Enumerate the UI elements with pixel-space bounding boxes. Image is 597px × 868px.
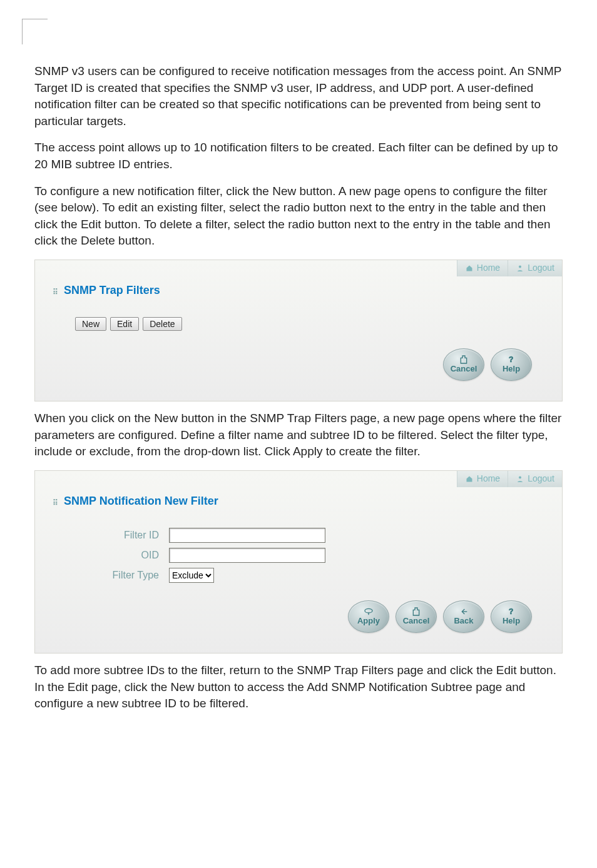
- body-paragraph: To configure a new notification filter, …: [34, 183, 563, 250]
- help-label: Help: [503, 363, 520, 375]
- top-tab-bar: Home Logout: [457, 260, 562, 276]
- oid-label: OID: [53, 548, 169, 562]
- oid-input[interactable]: [169, 548, 325, 563]
- panel-title: ⠿SNMP Notification New Filter: [53, 493, 547, 509]
- help-button[interactable]: ? Help: [491, 600, 532, 633]
- logout-tab[interactable]: Logout: [508, 471, 562, 487]
- delete-button[interactable]: Delete: [143, 317, 181, 331]
- back-label: Back: [454, 615, 473, 627]
- snmp-new-filter-panel: Home Logout ⠿SNMP Notification New Filte…: [34, 470, 563, 654]
- home-icon: [465, 265, 474, 272]
- body-paragraph: To add more subtree IDs to the filter, r…: [34, 662, 563, 712]
- panel-title-text: SNMP Notification New Filter: [64, 495, 218, 507]
- cancel-button[interactable]: Cancel: [395, 600, 437, 633]
- edit-button[interactable]: Edit: [110, 317, 139, 331]
- cancel-label: Cancel: [403, 615, 430, 627]
- logout-tab[interactable]: Logout: [508, 260, 562, 276]
- home-tab-label: Home: [477, 262, 500, 275]
- filter-button-row: New Edit Delete: [75, 317, 547, 331]
- logout-icon: [516, 475, 524, 483]
- svg-text:?: ?: [509, 355, 513, 364]
- svg-point-2: [519, 476, 521, 478]
- home-tab[interactable]: Home: [457, 471, 508, 487]
- panel-title: ⠿SNMP Trap Filters: [53, 283, 547, 298]
- svg-point-3: [365, 608, 372, 613]
- filter-type-select[interactable]: Exclude: [169, 568, 214, 583]
- help-button[interactable]: ? Help: [491, 348, 532, 381]
- svg-text:?: ?: [509, 607, 513, 616]
- form-row-filter-id: Filter ID: [53, 528, 547, 543]
- title-dots-icon: ⠿: [53, 287, 60, 295]
- filter-id-input[interactable]: [169, 528, 325, 543]
- new-button[interactable]: New: [75, 317, 106, 331]
- panel-action-row: Apply Cancel Back ? Help: [53, 588, 547, 637]
- body-paragraph: The access point allows up to 10 notific…: [34, 139, 563, 173]
- snmp-trap-filters-panel: Home Logout ⠿SNMP Trap Filters New Edit …: [34, 260, 563, 401]
- home-icon: [465, 475, 474, 483]
- page-corner-mark: [22, 19, 48, 44]
- panel-action-row: Cancel ? Help: [53, 336, 547, 385]
- body-paragraph: SNMP v3 users can be configured to recei…: [34, 63, 563, 129]
- title-dots-icon: ⠿: [53, 498, 60, 505]
- filter-id-label: Filter ID: [53, 528, 169, 542]
- top-tab-bar: Home Logout: [457, 471, 562, 487]
- apply-label: Apply: [357, 615, 380, 627]
- logout-tab-label: Logout: [528, 262, 554, 275]
- cancel-button[interactable]: Cancel: [443, 348, 484, 381]
- svg-point-0: [519, 265, 521, 268]
- home-tab[interactable]: Home: [457, 260, 508, 276]
- filter-type-label: Filter Type: [53, 568, 169, 582]
- logout-icon: [516, 265, 524, 272]
- apply-button[interactable]: Apply: [348, 600, 389, 633]
- home-tab-label: Home: [477, 473, 500, 485]
- logout-tab-label: Logout: [528, 473, 554, 485]
- panel-title-text: SNMP Trap Filters: [64, 284, 160, 296]
- cancel-label: Cancel: [451, 363, 477, 375]
- body-paragraph: When you click on the New button in the …: [34, 410, 563, 460]
- help-label: Help: [503, 615, 520, 627]
- form-row-oid: OID: [53, 548, 547, 563]
- form-row-filter-type: Filter Type Exclude: [53, 568, 547, 583]
- back-button[interactable]: Back: [443, 600, 484, 633]
